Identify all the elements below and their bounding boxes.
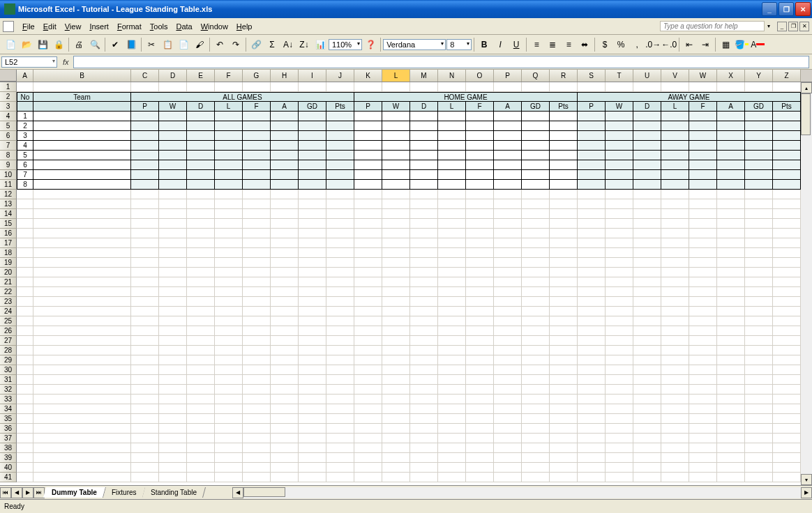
cell-C3[interactable]: P: [131, 102, 159, 112]
cell-T12[interactable]: [606, 190, 633, 199]
cell-C36[interactable]: [131, 424, 159, 434]
cell-X14[interactable]: [717, 209, 745, 219]
cell-J16[interactable]: [326, 229, 354, 238]
cell-Y31[interactable]: [745, 375, 773, 385]
cell-S40[interactable]: [578, 463, 606, 473]
cell-F25[interactable]: [215, 316, 243, 326]
cell-J14[interactable]: [326, 209, 354, 219]
cell-E17[interactable]: [187, 238, 215, 248]
cell-M15[interactable]: [410, 219, 438, 229]
cell-R27[interactable]: [550, 336, 578, 346]
cell-O26[interactable]: [466, 326, 494, 336]
cell-I15[interactable]: [299, 219, 326, 229]
doc-minimize-button[interactable]: _: [777, 22, 787, 31]
open-icon[interactable]: 📂: [19, 37, 34, 52]
cell-Y10[interactable]: [745, 170, 773, 180]
cell-I3[interactable]: GD: [299, 102, 326, 112]
cell-V33[interactable]: [661, 395, 689, 404]
cell-O11[interactable]: [466, 180, 494, 190]
cell-N34[interactable]: [438, 404, 466, 414]
tab-next-icon[interactable]: ▶: [22, 487, 33, 498]
row-header-10[interactable]: 10: [0, 170, 17, 180]
cell-H19[interactable]: [271, 258, 299, 268]
cell-G20[interactable]: [243, 268, 271, 277]
cell-W31[interactable]: [689, 375, 717, 385]
cell-F30[interactable]: [215, 365, 243, 375]
cell-O18[interactable]: [466, 248, 494, 258]
cell-T21[interactable]: [606, 277, 633, 287]
cell-A35[interactable]: [17, 414, 33, 424]
cell-M36[interactable]: [410, 424, 438, 434]
cell-A31[interactable]: [17, 375, 33, 385]
cell-B1[interactable]: [33, 82, 131, 92]
cell-R28[interactable]: [550, 346, 578, 355]
cell-O5[interactable]: [466, 121, 494, 131]
cell-B16[interactable]: [33, 229, 131, 238]
cell-I20[interactable]: [299, 268, 326, 277]
cell-L24[interactable]: [382, 307, 410, 316]
cell-Q26[interactable]: [522, 326, 550, 336]
cell-Q17[interactable]: [522, 238, 550, 248]
row-header-15[interactable]: 15: [0, 219, 17, 229]
cell-J10[interactable]: [326, 170, 354, 180]
menu-window[interactable]: Window: [197, 21, 232, 32]
cell-O3[interactable]: F: [466, 102, 494, 112]
cell-F41[interactable]: [215, 473, 243, 482]
cell-D4[interactable]: [159, 112, 187, 121]
cell-M1[interactable]: [410, 82, 438, 92]
cell-A26[interactable]: [17, 326, 33, 336]
cell-V6[interactable]: [661, 131, 689, 141]
cell-B33[interactable]: [33, 395, 131, 404]
cell-G13[interactable]: [243, 199, 271, 209]
cell-M3[interactable]: D: [410, 102, 438, 112]
cell-O14[interactable]: [466, 209, 494, 219]
cell-Y5[interactable]: [745, 121, 773, 131]
cell-N32[interactable]: [438, 385, 466, 395]
cell-J41[interactable]: [326, 473, 354, 482]
cell-L1[interactable]: [382, 82, 410, 92]
cell-A40[interactable]: [17, 463, 33, 473]
cell-Y24[interactable]: [745, 307, 773, 316]
cell-P4[interactable]: [494, 112, 522, 121]
cell-H31[interactable]: [271, 375, 299, 385]
cell-W24[interactable]: [689, 307, 717, 316]
cell-X17[interactable]: [717, 238, 745, 248]
cell-N35[interactable]: [438, 414, 466, 424]
cell-Y23[interactable]: [745, 297, 773, 307]
cell-U9[interactable]: [633, 160, 661, 170]
cell-Y36[interactable]: [745, 424, 773, 434]
cell-Z13[interactable]: [773, 199, 801, 209]
cell-X29[interactable]: [717, 355, 745, 365]
cell-X16[interactable]: [717, 229, 745, 238]
cell-T9[interactable]: [606, 160, 633, 170]
cell-P27[interactable]: [494, 336, 522, 346]
cell-Q20[interactable]: [522, 268, 550, 277]
cell-Y37[interactable]: [745, 434, 773, 443]
cell-O21[interactable]: [466, 277, 494, 287]
undo-icon[interactable]: ↶: [212, 37, 227, 52]
cell-O4[interactable]: [466, 112, 494, 121]
cell-G22[interactable]: [243, 287, 271, 297]
cell-F23[interactable]: [215, 297, 243, 307]
cell-F6[interactable]: [215, 131, 243, 141]
cell-W34[interactable]: [689, 404, 717, 414]
cell-F13[interactable]: [215, 199, 243, 209]
cell-X6[interactable]: [717, 131, 745, 141]
cell-J13[interactable]: [326, 199, 354, 209]
cell-H25[interactable]: [271, 316, 299, 326]
cell-Q7[interactable]: [522, 141, 550, 151]
cell-Q31[interactable]: [522, 375, 550, 385]
col-header-X[interactable]: X: [717, 70, 745, 82]
cell-V16[interactable]: [661, 229, 689, 238]
percent-icon[interactable]: %: [613, 37, 629, 52]
cell-L9[interactable]: [382, 160, 410, 170]
cell-P20[interactable]: [494, 268, 522, 277]
cell-D13[interactable]: [159, 199, 187, 209]
cell-R18[interactable]: [550, 248, 578, 258]
print-preview-icon[interactable]: 🔍: [87, 37, 103, 52]
cell-Z19[interactable]: [773, 258, 801, 268]
col-header-T[interactable]: T: [606, 70, 633, 82]
col-header-P[interactable]: P: [494, 70, 522, 82]
cell-R38[interactable]: [550, 443, 578, 453]
cell-T24[interactable]: [606, 307, 633, 316]
